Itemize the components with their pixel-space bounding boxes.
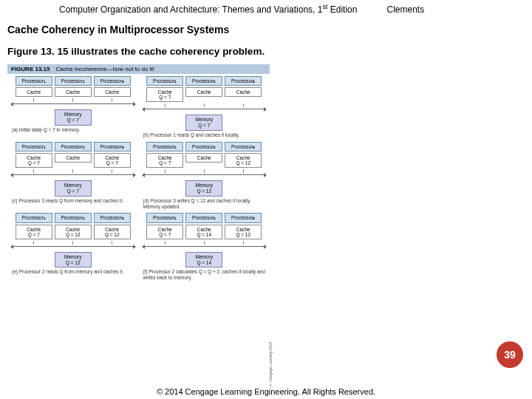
connector-lines [142, 103, 267, 107]
connector-lines [10, 169, 136, 173]
processor-column: Processor₃Cache [225, 76, 262, 102]
processor-row: Processor₁Cache Q = 7Processor₂CacheProc… [142, 76, 267, 102]
connector-lines [142, 241, 267, 245]
processor-box: Processor₂ [55, 76, 92, 86]
author-name: Clements [357, 4, 424, 15]
cache-box: Cache [225, 87, 262, 97]
cache-box: Cache [55, 87, 92, 97]
cache-box: Cache Q = 7 [16, 153, 52, 168]
panel-caption: (f) Processor 2 calculates Q = Q + 2, ca… [142, 267, 267, 281]
bus-line [12, 174, 134, 179]
figure-panel: Processor₁Cache Q = 7Processor₂CacheProc… [139, 140, 270, 211]
panel-caption: (d) Processor 3 writes Q = 12 and caches… [142, 197, 267, 210]
figure-label-bar: FIGURE 13.15 Cache incoherence—how not t… [7, 64, 270, 74]
processor-box: Processor₁ [146, 142, 183, 151]
cache-box: Cache [55, 153, 92, 163]
processor-column: Processor₁Cache Q = 7 [146, 76, 183, 102]
processor-box: Processor₃ [94, 213, 131, 222]
processor-row: Processor₁Cache Q = 7Processor₂CacheProc… [10, 142, 136, 168]
panel-caption: (e) Processor 2 reads Q from memory and … [10, 267, 136, 275]
cache-box: Cache Q = 7 [146, 225, 183, 239]
processor-box: Processor₂ [55, 213, 92, 222]
processor-box: Processor₁ [16, 76, 52, 86]
bus-line [12, 103, 134, 108]
memory-row: Memory Q = 12 [10, 252, 136, 268]
cache-box: Cache Q = 7 [94, 153, 131, 168]
memory-row: Memory Q = 12 [142, 180, 267, 197]
book-title: Computer Organization and Architecture: … [59, 3, 357, 15]
memory-row: Memory Q = 7 [10, 180, 136, 197]
processor-box: Processor₂ [185, 213, 222, 222]
memory-box: Memory Q = 12 [185, 180, 222, 197]
connector-lines [10, 98, 136, 102]
processor-column: Processor₃Cache [94, 76, 131, 97]
memory-row: Memory Q = 7 [10, 109, 136, 126]
book-title-prefix: Computer Organization and Architecture: … [59, 4, 322, 15]
processor-column: Processor₂Cache [55, 142, 92, 168]
processor-column: Processor₂Cache [185, 76, 222, 102]
processor-column: Processor₂Cache Q = 12 [55, 213, 92, 239]
processor-box: Processor₂ [185, 142, 222, 151]
processor-column: Processor₁Cache [16, 76, 52, 97]
memory-box: Memory Q = 7 [55, 180, 92, 197]
figure-panel: Processor₁Cache Q = 7Processor₂CacheProc… [7, 140, 139, 211]
processor-column: Processor₂Cache [55, 76, 92, 97]
panel-grid: Processor₁CacheProcessor₂CacheProcessor₃… [7, 74, 270, 282]
processor-column: Processor₃Cache Q = 12 [225, 142, 262, 168]
memory-box: Memory Q = 12 [55, 252, 92, 268]
cache-box: Cache [185, 87, 222, 97]
processor-box: Processor₂ [185, 76, 222, 86]
connector-lines [142, 169, 267, 173]
processor-column: Processor₁Cache Q = 7 [146, 142, 183, 168]
cache-box: Cache [94, 87, 131, 97]
figure-number: FIGURE 13.15 [11, 66, 50, 72]
memory-row: Memory Q = 14 [142, 252, 267, 268]
processor-column: Processor₂Cache Q = 14 [185, 213, 222, 239]
header-row: Computer Organization and Architecture: … [0, 0, 532, 16]
cache-box: Cache Q = 12 [94, 225, 131, 239]
page-number-badge: 39 [497, 341, 523, 368]
memory-row: Memory Q = 7 [142, 115, 267, 131]
processor-row: Processor₁Cache Q = 7Processor₂CacheProc… [142, 142, 267, 168]
processor-column: Processor₁Cache Q = 7 [16, 213, 52, 239]
processor-box: Processor₃ [225, 76, 262, 86]
processor-box: Processor₁ [16, 213, 52, 222]
memory-box: Memory Q = 7 [185, 115, 222, 131]
processor-box: Processor₃ [225, 213, 262, 222]
cache-box: Cache Q = 7 [16, 225, 52, 239]
processor-row: Processor₁Cache Q = 7Processor₂Cache Q =… [10, 213, 136, 239]
processor-box: Processor₃ [94, 76, 131, 86]
cache-box: Cache [185, 153, 222, 163]
processor-box: Processor₃ [94, 142, 131, 151]
bus-line [12, 246, 134, 250]
cache-box: Cache Q = 12 [225, 225, 262, 239]
figure-caption: Figure 13. 15 illustrates the cache cohe… [0, 41, 532, 61]
processor-row: Processor₁Cache Q = 7Processor₂Cache Q =… [142, 213, 267, 239]
panel-caption: (c) Processor 3 reads Q from memory and … [10, 197, 136, 204]
cache-box: Cache Q = 12 [55, 225, 92, 239]
processor-box: Processor₁ [146, 213, 183, 222]
section-title: Cache Coherency in Multiprocessor System… [0, 16, 532, 41]
figure-panel: Processor₁CacheProcessor₂CacheProcessor₃… [7, 74, 139, 140]
bus-line [143, 109, 266, 113]
bus-line [143, 174, 266, 179]
processor-column: Processor₂Cache [185, 142, 222, 168]
processor-column: Processor₃Cache Q = 12 [94, 213, 131, 239]
cache-box: Cache Q = 12 [225, 153, 262, 168]
figure-panel: Processor₁Cache Q = 7Processor₂Cache Q =… [139, 211, 270, 282]
cache-box: Cache Q = 7 [146, 153, 183, 168]
cache-box: Cache Q = 14 [185, 225, 222, 239]
cache-box: Cache [16, 87, 52, 97]
panel-caption: (a) Initial state Q = 7 in memory. [10, 126, 136, 133]
processor-column: Processor₃Cache Q = 7 [94, 142, 131, 168]
figure-description: Cache incoherence—how not to do it! [55, 66, 154, 72]
connector-lines [10, 241, 136, 245]
processor-column: Processor₃Cache Q = 12 [225, 213, 262, 239]
copyright-line: © 2014 Cengage Learning Engineering. All… [0, 387, 532, 396]
figure-panel: Processor₁Cache Q = 7Processor₂CacheProc… [139, 74, 270, 140]
figure-area: FIGURE 13.15 Cache incoherence—how not t… [7, 64, 270, 282]
processor-box: Processor₂ [55, 142, 92, 151]
vertical-credit: © Cengage Learning 2014 [268, 335, 273, 387]
book-title-suffix: Edition [327, 4, 357, 15]
memory-box: Memory Q = 14 [185, 252, 222, 268]
